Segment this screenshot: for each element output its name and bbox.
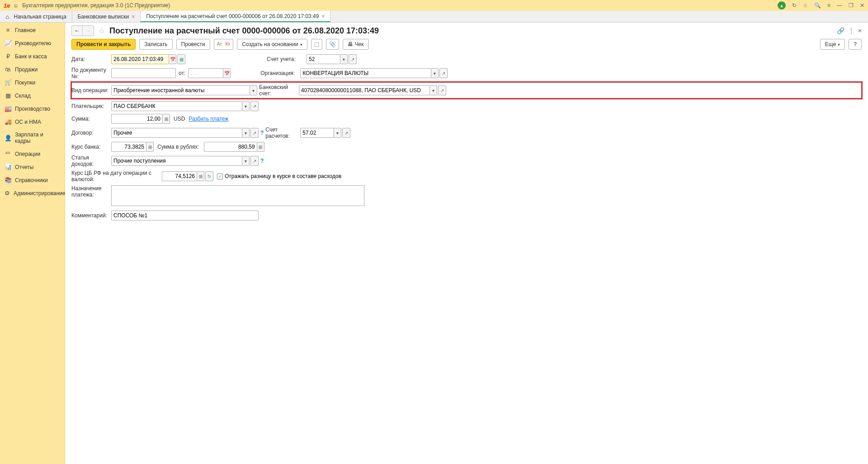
dropdown-icon[interactable]: ▾ [242,128,250,138]
payer-input[interactable] [113,102,240,111]
favorite-star-icon[interactable]: ☆ [99,27,105,35]
person-icon: 👤 [5,135,11,141]
menu-icon[interactable]: ≡ [14,2,18,9]
sidebar-item-reports[interactable]: 📊Отчеты [0,160,65,173]
write-button[interactable]: Записать [139,39,172,50]
open-icon[interactable]: ↗ [250,101,259,111]
sidebar-item-production[interactable]: 🏭Производство [0,102,65,115]
tab-bank-statements[interactable]: Банковские выписки × [72,11,141,22]
open-icon[interactable]: ↗ [250,156,259,166]
titlebar: 1e ≡ Бухгалтерия предприятия, редакция 3… [0,0,868,11]
close-app-icon[interactable]: ✕ [860,2,864,9]
sidebar-item-admin[interactable]: ⚙Администрирование [0,187,65,200]
calendar-icon[interactable]: 📅 [169,54,176,64]
link-icon[interactable]: 🔗 [837,27,844,34]
settle-input[interactable] [302,128,332,137]
sidebar-label: ОС и НМА [15,119,41,125]
notifications-icon[interactable]: ▲ [778,1,786,9]
calculator-icon[interactable]: ⊞ [197,171,204,181]
date-input[interactable] [113,55,167,64]
post-and-close-button[interactable]: Провести и закрыть [71,39,136,50]
dtkt-button[interactable]: АтКт [214,39,233,50]
gear-icon: ⚙ [5,190,10,197]
forward-button[interactable]: → [83,26,94,36]
help-icon[interactable]: ? [260,158,264,164]
help-icon[interactable]: ? [260,130,264,136]
close-icon[interactable]: × [132,14,135,20]
sidebar-label: Покупки [15,80,35,86]
sidebar-item-assets[interactable]: 🚚ОС и НМА [0,115,65,128]
help-button[interactable]: ? [849,39,862,50]
sidebar-item-manager[interactable]: 📈Руководителю [0,37,65,50]
sidebar-label: Операции [15,151,40,157]
sidebar-label: Руководителю [15,40,51,47]
attach-button[interactable]: 📎 [326,39,339,50]
open-icon[interactable]: ↗ [349,54,357,64]
operation-input[interactable] [113,86,248,95]
search-icon[interactable]: 🔍 [814,2,821,9]
sidebar: ≡Главное 📈Руководителю ₽Банк и касса 🛍Пр… [0,23,65,464]
history-icon[interactable]: ↻ [792,2,797,9]
settings-icon[interactable]: ≡ [827,2,830,9]
favorites-icon[interactable]: ☆ [803,2,808,9]
dropdown-icon[interactable]: ▾ [340,54,348,64]
minimize-icon[interactable]: — [837,2,842,9]
post-button[interactable]: Провести [176,39,210,50]
close-icon[interactable]: × [321,13,325,19]
logo-1c: 1e [4,2,10,9]
reflect-checkbox[interactable]: ✓ [217,173,223,179]
sumrub-input[interactable] [206,142,255,151]
org-input[interactable] [302,69,429,78]
tab-home[interactable]: Начальная страница [0,11,72,22]
dropdown-icon[interactable]: ▾ [334,128,341,138]
purpose-textarea[interactable] [111,185,364,206]
sidebar-item-purchases[interactable]: 🛒Покупки [0,76,65,89]
docno-input[interactable] [113,69,174,78]
dropdown-icon[interactable]: ▾ [430,85,437,95]
more-button[interactable]: Еще [820,39,845,50]
sidebar-label: Склад [15,93,31,99]
sidebar-item-sales[interactable]: 🛍Продажи [0,63,65,76]
open-icon[interactable]: ↗ [342,128,350,138]
dropdown-icon[interactable]: ▾ [242,101,250,111]
dropdown-icon[interactable]: ▾ [431,68,439,78]
bankacc-input[interactable] [301,86,428,95]
sidebar-item-hr[interactable]: 👤Зарплата и кадры [0,128,65,147]
reports-icon: 📊 [5,164,11,170]
maximize-icon[interactable]: ❐ [849,2,854,9]
bankrate-input[interactable] [113,142,144,151]
dropdown-icon[interactable]: ▾ [242,156,250,166]
open-icon[interactable]: ↗ [438,85,446,95]
create-based-button[interactable]: Создать на основании [237,39,307,50]
kebab-icon[interactable]: ⋮ [848,27,854,34]
close-page-icon[interactable]: × [858,27,862,34]
cbrate-input[interactable] [164,172,195,181]
sidebar-item-operations[interactable]: ᴬᵏОперации [0,147,65,160]
open-icon[interactable]: ↗ [439,68,448,78]
comment-input[interactable] [113,211,256,220]
contract-input[interactable] [113,128,240,137]
calculator-icon[interactable]: ⊞ [257,142,264,152]
docdate-input[interactable] [190,69,221,78]
back-button[interactable]: ← [72,26,83,36]
refresh-icon[interactable]: ↻ [205,171,213,181]
cheque-label: Чек [355,41,364,47]
sidebar-item-warehouse[interactable]: ▦Склад [0,89,65,102]
open-icon[interactable]: ↗ [250,128,259,138]
account-input[interactable] [309,55,338,64]
dropdown-icon[interactable]: ▾ [250,85,257,95]
income-input[interactable] [113,156,240,165]
sidebar-item-bank[interactable]: ₽Банк и касса [0,50,65,63]
tab-document[interactable]: Поступление на расчетный счет 0000-00000… [141,11,330,22]
sidebar-item-catalogs[interactable]: 📚Справочники [0,173,65,187]
sidebar-item-main[interactable]: ≡Главное [0,23,65,37]
calculator-icon[interactable]: ⊞ [163,114,170,124]
sidebar-label: Справочники [15,177,48,183]
cheque-button[interactable]: 🖶 Чек [343,39,369,50]
structure-button[interactable]: ⬚ [311,39,322,50]
split-payment-link[interactable]: Разбить платеж [189,116,228,122]
calculator-icon[interactable]: ⊞ [146,142,154,152]
calendar-icon[interactable]: 📅 [223,68,231,78]
sum-input[interactable] [113,114,160,123]
stamp-icon[interactable]: ▦ [177,54,185,64]
